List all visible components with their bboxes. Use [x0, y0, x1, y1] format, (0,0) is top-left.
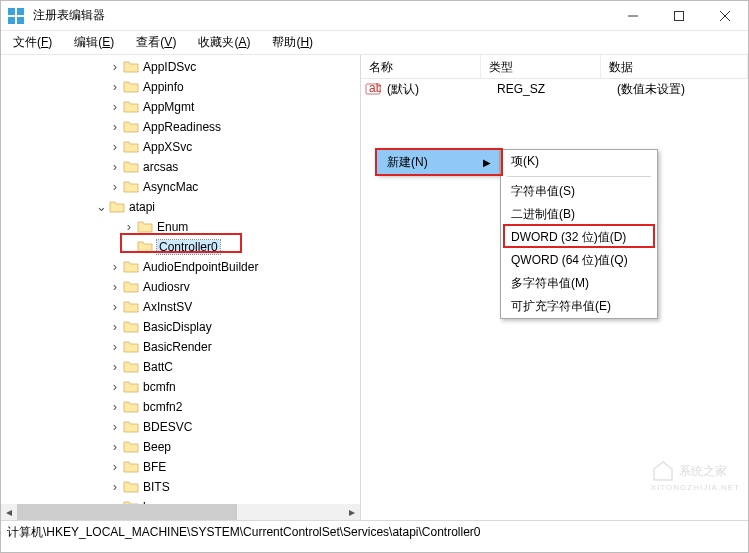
tree-item[interactable]: ›arcsas [1, 157, 360, 177]
tree-item[interactable]: ⌄atapi [1, 197, 360, 217]
expander-icon[interactable]: › [123, 221, 135, 233]
list-header: 名称 类型 数据 [361, 55, 748, 79]
context-item[interactable]: 字符串值(S) [501, 180, 657, 203]
expander-icon[interactable]: › [109, 341, 121, 353]
value-data: (数值未设置) [617, 81, 748, 98]
context-item-new[interactable]: 新建(N) ▶ [377, 150, 499, 174]
folder-icon [123, 480, 139, 494]
context-item-label: DWORD (32 位)值(D) [511, 229, 626, 246]
menu-a[interactable]: 收藏夹(A) [192, 32, 256, 53]
context-item[interactable]: 二进制值(B) [501, 203, 657, 226]
scroll-track[interactable] [17, 504, 344, 520]
tree-item-label: Controller0 [157, 240, 220, 254]
close-button[interactable] [702, 1, 748, 30]
folder-icon [123, 280, 139, 294]
submenu-arrow-icon: ▶ [483, 157, 491, 168]
tree-item[interactable]: ›AudioEndpointBuilder [1, 257, 360, 277]
expander-icon[interactable]: › [109, 321, 121, 333]
menu-f[interactable]: 文件(F) [7, 32, 58, 53]
expander-icon[interactable]: › [109, 381, 121, 393]
scroll-thumb[interactable] [17, 504, 237, 520]
window-controls [610, 1, 748, 30]
tree-item[interactable]: ›AppIDSvc [1, 57, 360, 77]
context-item[interactable]: 多字符串值(M) [501, 272, 657, 295]
value-type: REG_SZ [497, 82, 617, 96]
tree-item-label: AxInstSV [143, 300, 192, 314]
tree-item-label: AppXSvc [143, 140, 192, 154]
column-data[interactable]: 数据 [601, 55, 748, 78]
tree-panel: ›AppIDSvc›Appinfo›AppMgmt›AppReadiness›A… [1, 55, 361, 520]
context-item-label: 多字符串值(M) [511, 275, 589, 292]
expander-icon[interactable]: › [109, 301, 121, 313]
expander-icon[interactable]: › [109, 101, 121, 113]
expander-icon[interactable]: › [109, 161, 121, 173]
folder-icon [109, 200, 125, 214]
list-panel: 名称 类型 数据 ab(默认)REG_SZ(数值未设置) 新建(N) ▶ 项(K… [361, 55, 748, 520]
column-name[interactable]: 名称 [361, 55, 481, 78]
folder-icon [123, 140, 139, 154]
tree-item[interactable]: ›AppMgmt [1, 97, 360, 117]
scroll-right-icon[interactable]: ▸ [344, 504, 360, 520]
tree-item[interactable]: ›BFE [1, 457, 360, 477]
tree-item[interactable]: ›AxInstSV [1, 297, 360, 317]
context-item[interactable]: QWORD (64 位)值(Q) [501, 249, 657, 272]
tree-item[interactable]: ›AsyncMac [1, 177, 360, 197]
tree-item[interactable]: ›BDESVC [1, 417, 360, 437]
expander-icon[interactable]: › [109, 481, 121, 493]
tree-item[interactable]: ›bowser [1, 497, 360, 504]
expander-icon[interactable]: › [109, 181, 121, 193]
tree-item-label: bcmfn2 [143, 400, 182, 414]
expander-icon[interactable]: › [109, 81, 121, 93]
expander-icon[interactable]: › [109, 121, 121, 133]
context-item-label: 二进制值(B) [511, 206, 575, 223]
svg-rect-3 [17, 17, 24, 24]
expander-icon[interactable]: › [109, 421, 121, 433]
expander-icon[interactable]: › [109, 461, 121, 473]
value-name: (默认) [385, 81, 497, 98]
context-separator [507, 176, 651, 177]
tree-item[interactable]: ›Audiosrv [1, 277, 360, 297]
menu-e[interactable]: 编辑(E) [68, 32, 120, 53]
expander-icon[interactable]: › [109, 281, 121, 293]
expander-icon[interactable]: ⌄ [95, 201, 107, 213]
folder-icon [123, 380, 139, 394]
expander-icon[interactable]: › [109, 261, 121, 273]
expander-icon[interactable]: › [109, 141, 121, 153]
tree-item[interactable]: ›AppXSvc [1, 137, 360, 157]
expander-icon[interactable]: › [109, 441, 121, 453]
tree-item[interactable]: ›BasicRender [1, 337, 360, 357]
scroll-left-icon[interactable]: ◂ [1, 504, 17, 520]
menu-v[interactable]: 查看(V) [130, 32, 182, 53]
list-row[interactable]: ab(默认)REG_SZ(数值未设置) [361, 79, 748, 99]
context-item[interactable]: DWORD (32 位)值(D) [501, 226, 657, 249]
window-title: 注册表编辑器 [33, 7, 610, 24]
column-type[interactable]: 类型 [481, 55, 601, 78]
context-item-label: QWORD (64 位)值(Q) [511, 252, 628, 269]
minimize-button[interactable] [610, 1, 656, 30]
tree-item[interactable]: ›BasicDisplay [1, 317, 360, 337]
context-item[interactable]: 项(K) [501, 150, 657, 173]
tree-item[interactable]: ›Beep [1, 437, 360, 457]
tree-item-label: Audiosrv [143, 280, 190, 294]
menu-h[interactable]: 帮助(H) [266, 32, 319, 53]
expander-icon[interactable]: › [109, 401, 121, 413]
tree-item-label: BITS [143, 480, 170, 494]
context-item-label: 字符串值(S) [511, 183, 575, 200]
tree-item[interactable]: Controller0 [1, 237, 360, 257]
context-item[interactable]: 可扩充字符串值(E) [501, 295, 657, 318]
tree-item[interactable]: ›bcmfn [1, 377, 360, 397]
horizontal-scrollbar[interactable]: ◂ ▸ [1, 504, 360, 520]
tree-scroll[interactable]: ›AppIDSvc›Appinfo›AppMgmt›AppReadiness›A… [1, 55, 360, 504]
tree-item[interactable]: ›Enum [1, 217, 360, 237]
tree-item[interactable]: ›Appinfo [1, 77, 360, 97]
tree-item-label: AppReadiness [143, 120, 221, 134]
tree-item[interactable]: ›BITS [1, 477, 360, 497]
context-item-label: 新建(N) [387, 154, 428, 171]
tree-item[interactable]: ›AppReadiness [1, 117, 360, 137]
tree-item[interactable]: ›BattC [1, 357, 360, 377]
expander-icon[interactable]: › [109, 361, 121, 373]
maximize-button[interactable] [656, 1, 702, 30]
folder-icon [123, 300, 139, 314]
tree-item[interactable]: ›bcmfn2 [1, 397, 360, 417]
expander-icon[interactable]: › [109, 61, 121, 73]
